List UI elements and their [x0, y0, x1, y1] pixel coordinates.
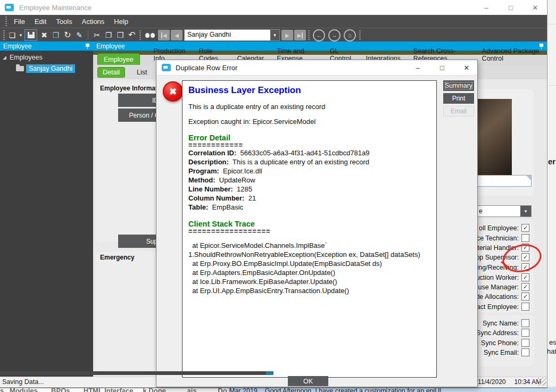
previous-record-button[interactable]: ◀	[171, 30, 182, 40]
tab-list[interactable]: List	[131, 69, 152, 76]
background-text-fragment: er	[548, 157, 555, 166]
maximize-icon[interactable]: □	[507, 4, 515, 12]
sync-email-checkbox[interactable]	[521, 348, 529, 356]
back-icon[interactable]: ←	[313, 29, 325, 41]
delete-icon[interactable]: ✖	[38, 31, 50, 39]
cut-icon[interactable]: ✂	[91, 31, 103, 39]
summary-button[interactable]: Summary	[443, 80, 474, 91]
chevron-down-icon[interactable]: ▾	[270, 30, 279, 40]
tree-expander-icon[interactable]: ◢	[3, 55, 6, 60]
paste-special-icon[interactable]: ❐	[50, 31, 62, 39]
tree-node-employees[interactable]: ◢ Employees	[0, 51, 93, 62]
production-worker-checkbox[interactable]	[521, 273, 529, 281]
payroll-employee-checkbox[interactable]	[521, 224, 529, 232]
status-time: 10:34 AM	[514, 378, 542, 386]
error-icon	[163, 81, 183, 102]
epicor-app-icon	[5, 4, 14, 11]
undo-icon[interactable]: ↶	[126, 31, 138, 39]
field-correlation-id: Correlation ID: 56633c05-a6a3-4f31-ad41-…	[188, 148, 430, 157]
forward-icon[interactable]: →	[328, 29, 341, 41]
next-record-button[interactable]: ▶	[281, 30, 293, 40]
refresh-icon[interactable]: ↻	[62, 31, 73, 39]
menu-file[interactable]: File	[9, 18, 30, 26]
dialog-titlebar: Duplicate Row Error – □ ✕	[156, 60, 477, 76]
epicor-app-icon	[162, 64, 171, 71]
tree-panel: Employee ◢ Employees Sanjay Gandhi	[0, 41, 93, 377]
new-icon[interactable]: ❏	[6, 31, 18, 39]
chevron-down-icon[interactable]: ▾	[520, 206, 531, 216]
exception-message: This is a duplicate entry of an existing…	[188, 103, 430, 111]
status-date: 11/4/2020	[478, 378, 506, 386]
window-title: Employee Maintenance	[19, 4, 92, 12]
close-icon[interactable]: ✕	[531, 4, 540, 12]
field-method: Method: UpdateRow	[188, 176, 430, 185]
stack-trace: at Epicor.ServiceModel.Channels.ImplBase…	[188, 241, 430, 295]
sync-address-checkbox[interactable]	[521, 329, 529, 337]
background-text-fragment: es	[549, 338, 556, 346]
save-icon	[28, 32, 35, 38]
copy-icon[interactable]: ❐	[103, 31, 114, 39]
pin-icon[interactable]	[85, 43, 90, 49]
tab-employee[interactable]: Employee	[97, 53, 140, 65]
employee-tree: ◢ Employees Sanjay Gandhi	[0, 51, 93, 73]
record-combobox[interactable]: Sanjay Gandhi ▾	[184, 29, 280, 41]
menu-edit[interactable]: Edit	[30, 18, 51, 26]
first-record-button[interactable]: ◀	[158, 30, 170, 40]
exception-text-area: Business Layer Exception This is a dupli…	[182, 80, 437, 378]
progress-strip	[0, 371, 266, 375]
new-dropdown-caret-icon[interactable]: ▾	[18, 33, 23, 38]
menu-grip	[5, 16, 7, 26]
service-technician-checkbox[interactable]	[521, 234, 529, 242]
selected-tree-item-label: Sanjay Gandhi	[26, 64, 75, 73]
last-record-button[interactable]: ▶	[294, 30, 306, 40]
save-button[interactable]	[24, 29, 37, 41]
background-text-fragment: hat	[547, 347, 556, 355]
exception-caught-in: Exception caught in: Epicor.ServiceModel	[188, 118, 430, 126]
tab-detail[interactable]: Detail	[97, 67, 125, 78]
maximize-icon[interactable]: □	[438, 64, 446, 72]
duplicate-row-error-dialog: Duplicate Row Error – □ ✕ Business Layer…	[156, 60, 478, 387]
sync-name-checkbox[interactable]	[521, 319, 529, 327]
toolbar-grip	[3, 30, 5, 40]
tree-panel-header: Employee	[0, 41, 93, 51]
status-message: Saving Data...	[2, 378, 44, 386]
minimize-icon[interactable]: –	[482, 4, 491, 12]
tree-node-sanjay-gandhi[interactable]: Sanjay Gandhi	[16, 64, 93, 73]
minimize-icon[interactable]: –	[413, 64, 422, 72]
toolbar: ❏ ▾ ✖ ❐ ↻ ✎ ✂ ❐ ❒ ↶ ◀ ◀ Sanjay Gandhi ▾ …	[0, 28, 547, 42]
exception-heading: Business Layer Exception	[188, 85, 430, 96]
warehouse-manager-checkbox[interactable]	[521, 283, 529, 291]
paste-icon[interactable]: ❒	[114, 31, 126, 39]
menu-help[interactable]: Help	[109, 18, 133, 26]
menu-actions[interactable]: Actions	[77, 18, 110, 26]
field-description: Description: This is a duplicate entry o…	[188, 157, 430, 166]
tab-advanced-package-control[interactable]: Advanced Package Control	[476, 47, 547, 65]
field-column-number: Column Number: 21	[188, 194, 430, 203]
folder-icon	[16, 66, 24, 71]
record-combobox-value: Sanjay Gandhi	[185, 30, 270, 40]
contract-employee-checkbox[interactable]	[521, 303, 529, 311]
clear-icon[interactable]: ✎	[73, 31, 85, 39]
ok-button[interactable]: OK	[288, 376, 328, 386]
email-button[interactable]: Email	[443, 106, 474, 116]
progress-strip-tip	[266, 371, 273, 375]
search-icon[interactable]	[145, 32, 155, 38]
window-titlebar: Employee Maintenance – □ ✕	[0, 0, 547, 15]
resize-grip[interactable]	[538, 378, 546, 386]
menu-tools[interactable]: Tools	[51, 18, 77, 26]
field-line-number: Line Number: 1285	[188, 185, 430, 194]
field-program: Program: Epicor.Ice.dll	[188, 166, 430, 176]
close-icon[interactable]: ✕	[462, 64, 471, 72]
employee-photo	[474, 99, 512, 183]
menu-bar: File Edit Tools Actions Help	[0, 15, 547, 28]
dialog-title: Duplicate Row Error	[176, 64, 237, 72]
emergency-label: Emergency	[100, 254, 135, 261]
background-page-strip	[547, 0, 556, 392]
home-icon[interactable]: ⌂	[344, 29, 356, 41]
print-button[interactable]: Print	[443, 93, 474, 104]
field-table: Table: EmpBasic	[188, 203, 430, 212]
sync-phone-checkbox[interactable]	[521, 339, 529, 347]
override-allocations-checkbox[interactable]	[521, 293, 529, 301]
